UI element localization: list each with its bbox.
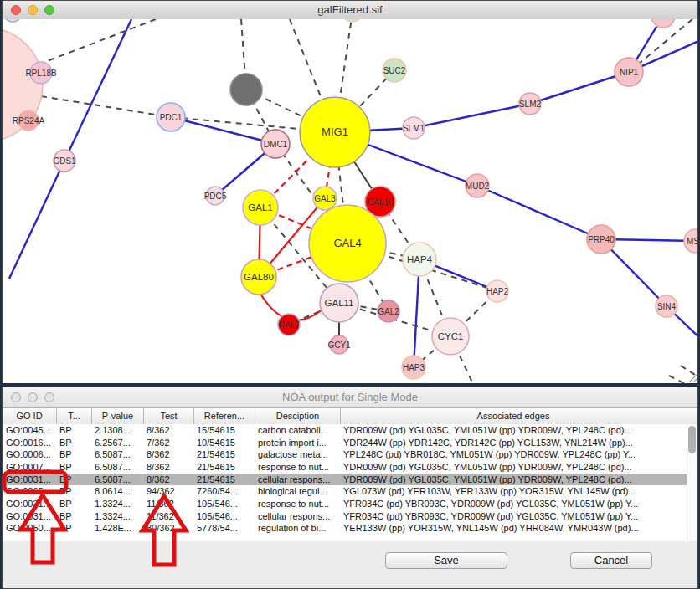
table-header: GO ID T... P-value Test Referen... Desci…: [3, 408, 697, 425]
cell: 21/54615: [193, 461, 255, 474]
zoom-button[interactable]: [44, 392, 54, 402]
table-scrollbar[interactable]: [687, 424, 697, 541]
cell: 8/362: [143, 461, 193, 474]
cell: 11/362: [143, 498, 193, 510]
column-header-type[interactable]: T...: [56, 408, 91, 424]
desktop: { "window1": { "title": "galFiltered.sif…: [0, 0, 700, 589]
cell: BP: [56, 437, 91, 449]
table-row[interactable]: GO:0006...BP6.5087...8/36221/54615galact…: [3, 448, 697, 461]
cell: 6.5087...: [91, 474, 143, 486]
close-button[interactable]: [11, 392, 21, 402]
table-row[interactable]: GO:0050...BP1.428E...80/3625778/54...reg…: [3, 522, 697, 535]
graph-node-label: SUC2: [383, 66, 406, 75]
cell: YER133W (pp) YOR315W, YNL145W (pd) YHR08…: [340, 522, 697, 535]
cell: BP: [56, 522, 91, 535]
cell: YPL248C (pd) YBR018C, YML051W (pp) YDR00…: [340, 448, 697, 461]
cell: BP: [56, 448, 91, 461]
noa-window-title: NOA output for Single Mode: [282, 391, 418, 403]
network-window: galFiltered.sif RPL18BRPS24AGDS1PDC1DMC1…: [2, 0, 698, 383]
graph-node-label: NIP1: [620, 68, 639, 77]
cell: 1.3324...: [91, 498, 143, 510]
graph-node-label: GDS1: [53, 156, 76, 166]
cell: YDR009W (pd) YGL035C, YML051W (pp) YDR00…: [340, 424, 697, 437]
cell: 80/362: [143, 522, 193, 535]
button-bar: Save Cancel: [3, 541, 697, 588]
minimize-button[interactable]: [28, 5, 38, 15]
cell: 6.5087...: [91, 461, 143, 474]
graph-node-unlabeled[interactable]: [3, 19, 22, 22]
cancel-button[interactable]: Cancel: [570, 552, 652, 569]
graph-node-unlabeled[interactable]: [342, 19, 363, 22]
cell: GO:0006...: [3, 448, 56, 461]
graph-node-label: GAL4: [333, 237, 361, 249]
graph-node-unlabeled[interactable]: [230, 74, 262, 105]
cell: GO:0050...: [3, 522, 56, 535]
cell: galactose meta...: [255, 448, 340, 461]
network-window-title: galFiltered.sif: [317, 3, 382, 16]
table-row[interactable]: GO:0031...BP1.3324...11/362105/546...cel…: [3, 510, 697, 523]
column-header-go-id[interactable]: GO ID: [3, 408, 56, 424]
graph-node-label: RPL18B: [25, 69, 57, 78]
cell: YDR009W (pd) YGL035C, YML051W (pp) YDR00…: [340, 461, 697, 474]
cell: 6.2567...: [91, 437, 143, 449]
cell: regulation of bi...: [255, 522, 340, 535]
column-header-reference[interactable]: Referen...: [193, 408, 255, 424]
graph-node-label: GAL1: [248, 202, 272, 213]
graph-node-unlabeled[interactable]: [651, 19, 675, 28]
graph-node-label: PRP40: [588, 235, 615, 244]
minimize-button[interactable]: [28, 392, 38, 402]
graph-node-label: GAL80: [244, 272, 274, 282]
table-row[interactable]: GO:0065...BP8.0614...94/3627260/54...bio…: [3, 485, 697, 498]
cell: 8/362: [143, 424, 193, 437]
zoom-button[interactable]: [44, 5, 54, 15]
cell: BP: [56, 424, 91, 437]
network-window-titlebar[interactable]: galFiltered.sif: [3, 1, 697, 20]
cell: 21/54615: [193, 448, 255, 461]
cell: 94/362: [143, 485, 193, 498]
cell: YFR034C (pd) YBR093C, YDR009W (pd) YGL03…: [340, 510, 697, 523]
cell: biological regul...: [255, 485, 340, 498]
column-header-test[interactable]: Test: [143, 408, 193, 424]
table-row[interactable]: GO:0031...BP1.3324...11/362105/546...res…: [3, 498, 697, 510]
scrollbar-thumb[interactable]: [688, 426, 696, 453]
cell: cellular respons...: [255, 474, 340, 486]
cell: 8/362: [143, 474, 193, 486]
cell: GO:0031...: [3, 510, 56, 523]
graph-node-label: RPS24A: [13, 116, 45, 125]
graph-node-label: GCY1: [327, 341, 351, 350]
graph-node-label: PDC1: [160, 113, 183, 122]
cell: 8/362: [143, 448, 193, 461]
close-button[interactable]: [11, 5, 21, 15]
graph-node-label: GAL2: [378, 307, 399, 316]
cell: YGL073W (pd) YER103W, YER133W (pp) YOR31…: [340, 485, 697, 498]
graph-node-label: DMC1: [264, 140, 288, 149]
cell: 10/54615: [193, 437, 255, 449]
graph-node-label: MUD2: [466, 182, 490, 191]
column-header-pvalue[interactable]: P-value: [91, 408, 143, 424]
column-header-associated-edges[interactable]: Associated edges: [340, 408, 697, 424]
noa-window-titlebar[interactable]: NOA output for Single Mode: [3, 387, 697, 408]
cell: 1.3324...: [91, 510, 143, 523]
cell: 5778/54...: [193, 522, 255, 535]
cell: GO:0031...: [3, 498, 56, 510]
cell: 8.0614...: [91, 485, 143, 498]
graph-node-label: PDC5: [204, 192, 227, 201]
cell: YFR034C (pd) YBR093C, YDR009W (pd) YGL03…: [340, 498, 697, 510]
table-row[interactable]: GO:0016...BP6.2567...7/36210/54615protei…: [3, 437, 697, 449]
graph-node-label: HAP2: [486, 287, 509, 296]
cell: 15/54615: [193, 424, 255, 437]
graph-node-label: GAL7: [278, 320, 300, 330]
cell: GO:0065...: [3, 485, 56, 498]
table-body: GO:0045...BP2.1308...8/36215/54615carbon…: [3, 424, 697, 535]
cell: GO:0016...: [3, 437, 56, 449]
save-button[interactable]: Save: [385, 552, 507, 569]
cell: response to nut...: [255, 461, 340, 474]
graph-node-label: GAL10: [367, 197, 394, 207]
cell: YDR009W (pd) YGL035C, YML051W (pp) YDR00…: [340, 474, 697, 486]
column-header-description[interactable]: Desciption: [255, 408, 340, 424]
table-row[interactable]: GO:0007...BP6.5087...8/36221/54615respon…: [3, 461, 697, 474]
table-row[interactable]: GO:0045...BP2.1308...8/36215/54615carbon…: [3, 424, 697, 437]
cell: 7/362: [143, 437, 193, 449]
network-canvas[interactable]: RPL18BRPS24AGDS1PDC1DMC1SUC2NIP1SLM2SLM1…: [3, 19, 697, 383]
table-row[interactable]: GO:0031...BP6.5087...8/36221/54615cellul…: [3, 474, 697, 486]
